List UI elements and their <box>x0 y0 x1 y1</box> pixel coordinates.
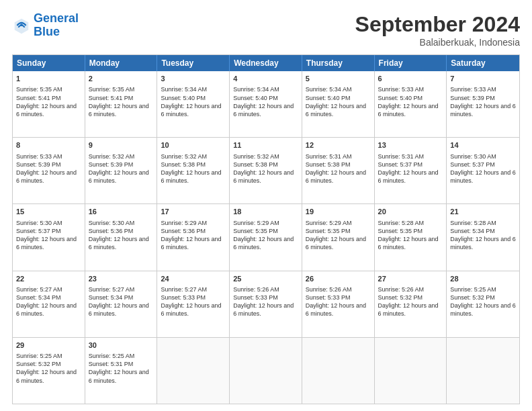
cell-sep24: 24 Sunrise: 5:27 AM Sunset: 5:33 PM Dayl… <box>157 271 230 337</box>
cell-sep9: 9 Sunrise: 5:32 AM Sunset: 5:39 PM Dayli… <box>85 138 158 203</box>
logo-icon <box>12 16 31 35</box>
logo: General Blue <box>12 12 79 39</box>
header-monday: Monday <box>85 55 158 71</box>
cell-sep2: 2 Sunrise: 5:35 AM Sunset: 5:41 PM Dayli… <box>85 71 158 137</box>
cell-sep12: 12 Sunrise: 5:31 AM Sunset: 5:38 PM Dayl… <box>302 138 375 203</box>
header-tuesday: Tuesday <box>157 55 230 71</box>
cell-sep1: 1 Sunrise: 5:35 AM Sunset: 5:41 PM Dayli… <box>13 71 85 137</box>
cell-empty-2 <box>230 338 302 404</box>
cell-sep10: 10 Sunrise: 5:32 AM Sunset: 5:38 PM Dayl… <box>157 138 230 203</box>
header-thursday: Thursday <box>302 55 375 71</box>
cell-sep4: 4 Sunrise: 5:34 AM Sunset: 5:40 PM Dayli… <box>230 71 302 137</box>
cell-sep8: 8 Sunrise: 5:33 AM Sunset: 5:39 PM Dayli… <box>13 138 85 203</box>
calendar-header: Sunday Monday Tuesday Wednesday Thursday… <box>13 55 519 71</box>
cell-empty-4 <box>375 338 447 404</box>
header-saturday: Saturday <box>447 55 519 71</box>
cell-sep11: 11 Sunrise: 5:32 AM Sunset: 5:38 PM Dayl… <box>230 138 302 203</box>
header-wednesday: Wednesday <box>230 55 302 71</box>
cell-sep6: 6 Sunrise: 5:33 AM Sunset: 5:40 PM Dayli… <box>375 71 447 137</box>
day-num: 1 <box>16 74 81 84</box>
cell-sep16: 16 Sunrise: 5:30 AM Sunset: 5:36 PM Dayl… <box>85 204 158 270</box>
cell-sep7: 7 Sunrise: 5:33 AM Sunset: 5:39 PM Dayli… <box>447 71 519 137</box>
page: General Blue September 2024 Balaiberkuak… <box>0 0 532 411</box>
cell-sep18: 18 Sunrise: 5:29 AM Sunset: 5:35 PM Dayl… <box>230 204 302 270</box>
header: General Blue September 2024 Balaiberkuak… <box>12 12 520 48</box>
week-3: 15 Sunrise: 5:30 AM Sunset: 5:37 PM Dayl… <box>13 203 519 270</box>
cell-sep19: 19 Sunrise: 5:29 AM Sunset: 5:35 PM Dayl… <box>302 204 375 270</box>
cell-sep26: 26 Sunrise: 5:26 AM Sunset: 5:33 PM Dayl… <box>302 271 375 337</box>
cell-sep14: 14 Sunrise: 5:30 AM Sunset: 5:37 PM Dayl… <box>447 138 519 203</box>
header-sunday: Sunday <box>13 55 85 71</box>
cell-sep25: 25 Sunrise: 5:26 AM Sunset: 5:33 PM Dayl… <box>230 271 302 337</box>
header-friday: Friday <box>375 55 447 71</box>
cell-sep22: 22 Sunrise: 5:27 AM Sunset: 5:34 PM Dayl… <box>13 271 85 337</box>
cell-empty-5 <box>447 338 519 404</box>
cell-sep28: 28 Sunrise: 5:25 AM Sunset: 5:32 PM Dayl… <box>447 271 519 337</box>
cell-sep5: 5 Sunrise: 5:34 AM Sunset: 5:40 PM Dayli… <box>302 71 375 137</box>
cell-sep27: 27 Sunrise: 5:26 AM Sunset: 5:32 PM Dayl… <box>375 271 447 337</box>
svg-point-1 <box>20 24 23 26</box>
location: Balaiberkuak, Indonesia <box>355 37 520 48</box>
month-title: September 2024 <box>355 12 520 37</box>
cell-empty-3 <box>302 338 375 404</box>
cell-sep15: 15 Sunrise: 5:30 AM Sunset: 5:37 PM Dayl… <box>13 204 85 270</box>
cell-sep29: 29 Sunrise: 5:25 AM Sunset: 5:32 PM Dayl… <box>13 338 85 404</box>
cell-sep13: 13 Sunrise: 5:31 AM Sunset: 5:37 PM Dayl… <box>375 138 447 203</box>
cell-sep20: 20 Sunrise: 5:28 AM Sunset: 5:35 PM Dayl… <box>375 204 447 270</box>
cell-empty-1 <box>157 338 230 404</box>
cell-sep3: 3 Sunrise: 5:34 AM Sunset: 5:40 PM Dayli… <box>157 71 230 137</box>
cell-sep17: 17 Sunrise: 5:29 AM Sunset: 5:36 PM Dayl… <box>157 204 230 270</box>
logo-text: General Blue <box>34 12 79 39</box>
cell-info: Sunrise: 5:35 AM Sunset: 5:41 PM Dayligh… <box>16 85 81 118</box>
calendar-body: 1 Sunrise: 5:35 AM Sunset: 5:41 PM Dayli… <box>13 71 519 404</box>
week-1: 1 Sunrise: 5:35 AM Sunset: 5:41 PM Dayli… <box>13 71 519 137</box>
cell-sep30: 30 Sunrise: 5:25 AM Sunset: 5:31 PM Dayl… <box>85 338 158 404</box>
cell-sep21: 21 Sunrise: 5:28 AM Sunset: 5:34 PM Dayl… <box>447 204 519 270</box>
week-4: 22 Sunrise: 5:27 AM Sunset: 5:34 PM Dayl… <box>13 271 519 337</box>
week-5: 29 Sunrise: 5:25 AM Sunset: 5:32 PM Dayl… <box>13 337 519 404</box>
svg-marker-0 <box>15 19 29 34</box>
week-2: 8 Sunrise: 5:33 AM Sunset: 5:39 PM Dayli… <box>13 137 519 203</box>
cell-sep23: 23 Sunrise: 5:27 AM Sunset: 5:34 PM Dayl… <box>85 271 158 337</box>
title-block: September 2024 Balaiberkuak, Indonesia <box>355 12 520 48</box>
calendar: Sunday Monday Tuesday Wednesday Thursday… <box>12 54 520 404</box>
